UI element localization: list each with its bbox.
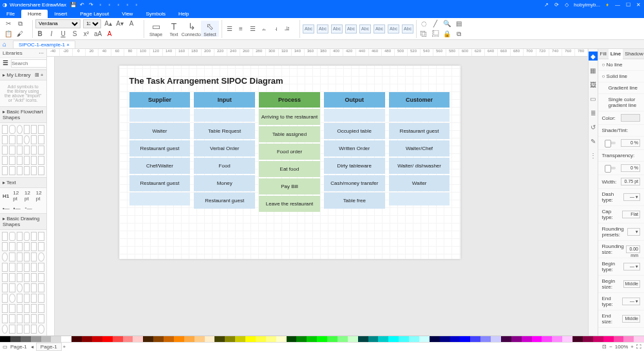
bullet-preset[interactable]: •— [3, 205, 10, 211]
color-swatch[interactable] [245, 336, 256, 342]
color-swatch[interactable] [102, 336, 113, 342]
shape-item[interactable] [31, 283, 37, 292]
color-swatch[interactable] [419, 336, 430, 342]
color-swatch[interactable] [153, 336, 164, 342]
sipoc-cell[interactable]: Restaurant guest [389, 123, 450, 139]
color-swatch[interactable] [113, 336, 123, 342]
color-swatch[interactable] [225, 336, 235, 342]
shape-item[interactable] [9, 263, 15, 272]
highlight-icon[interactable]: A [127, 19, 136, 28]
shape-item[interactable] [38, 294, 44, 303]
align-bottom-icon[interactable]: ⫡ [283, 24, 292, 33]
color-swatch[interactable] [266, 336, 276, 342]
shape-item[interactable] [31, 294, 37, 303]
page-tab[interactable]: Page-1 [36, 343, 62, 351]
bold-icon[interactable]: B [35, 30, 44, 39]
sipoc-cell[interactable]: Restaurant guest [129, 140, 191, 157]
color-swatch[interactable] [480, 336, 491, 342]
prev-page-icon[interactable]: ◂ [31, 344, 33, 350]
shape-item[interactable] [2, 242, 8, 251]
color-swatch[interactable] [409, 336, 419, 342]
sipoc-cell[interactable]: Money [194, 175, 255, 191]
shape-item[interactable] [38, 125, 44, 134]
increase-font-icon[interactable]: A▴ [104, 19, 113, 28]
qat-icon[interactable]: ▫ [97, 1, 104, 8]
color-swatch[interactable] [317, 336, 327, 342]
group-icon[interactable]: ⿻ [419, 30, 428, 39]
round-size-value[interactable]: 0.00 mm [626, 245, 640, 253]
shape-item[interactable] [2, 325, 8, 334]
shape-item[interactable] [38, 242, 44, 251]
find-icon[interactable]: 🔍 [442, 19, 451, 28]
shape-item[interactable] [2, 146, 8, 155]
color-swatch[interactable] [368, 336, 379, 342]
shape-item[interactable] [24, 135, 30, 144]
sipoc-cell[interactable]: Waiter [129, 123, 191, 139]
doc-home-icon[interactable]: ⌂ [0, 41, 9, 48]
tab-insert[interactable]: Insert [48, 10, 73, 18]
shape-item[interactable] [9, 156, 15, 165]
connector-button[interactable]: ↳Connector [183, 21, 201, 37]
color-swatch[interactable] [205, 336, 215, 342]
color-swatch[interactable] [573, 336, 583, 342]
premium-icon[interactable]: ♦ [604, 1, 611, 8]
color-swatch[interactable] [378, 336, 388, 342]
sipoc-cell[interactable]: Arriving to the restaurant [259, 109, 320, 125]
shape-item[interactable] [17, 156, 23, 165]
color-swatch[interactable] [174, 336, 184, 342]
color-swatch[interactable] [621, 114, 640, 122]
zoom-in-icon[interactable]: + [630, 344, 634, 350]
close-icon[interactable]: ✕ [635, 1, 641, 8]
end-size-select[interactable]: Middle [622, 315, 641, 323]
shape-item[interactable] [2, 135, 8, 144]
shape-item[interactable] [38, 166, 44, 175]
align-center-icon[interactable]: ≡ [236, 24, 245, 33]
color-swatch[interactable] [296, 336, 307, 342]
color-swatch[interactable] [603, 336, 614, 342]
color-swatch[interactable] [123, 336, 133, 342]
zoom-out-icon[interactable]: − [609, 344, 612, 350]
shape-item[interactable] [38, 314, 44, 323]
shape-item[interactable] [9, 273, 15, 282]
shape-item[interactable] [2, 125, 8, 134]
shape-item[interactable] [24, 125, 30, 134]
canvas[interactable]: The Task Arrangement SIPOC Diagram Suppl… [55, 57, 588, 336]
shape-item[interactable] [9, 242, 15, 251]
sipoc-header[interactable]: Supplier [129, 92, 191, 108]
add-page-icon[interactable]: + [63, 344, 66, 350]
sipoc-cell[interactable]: Dirty tableware [324, 158, 385, 174]
width-value[interactable]: 0.75 pt [621, 178, 640, 185]
cloud-icon[interactable]: ◇ [564, 1, 570, 8]
color-swatch[interactable] [184, 336, 194, 342]
shape-item[interactable] [38, 283, 44, 292]
sync-icon[interactable]: ⟳ [553, 1, 560, 8]
save-icon[interactable]: 💾 [70, 1, 77, 8]
style-gallery[interactable]: Abc Abc Abc Abc Abc Abc Abc Abc [303, 24, 413, 33]
shape-item[interactable] [31, 252, 37, 261]
color-swatch[interactable] [358, 336, 368, 342]
tab-view[interactable]: View [115, 10, 139, 18]
shape-item[interactable] [2, 166, 8, 175]
underline-icon[interactable]: U [59, 30, 68, 39]
tab-file[interactable]: File [0, 10, 21, 18]
fill-icon[interactable]: ◌ [419, 19, 428, 28]
shape-item[interactable] [31, 314, 37, 323]
font-preset[interactable]: 12 pt [13, 190, 21, 202]
more-icon[interactable]: ⋮ [589, 151, 598, 160]
arrange-icon[interactable]: ⧉ [454, 30, 463, 39]
my-library-section[interactable]: ▸ My Library⊞ + [0, 70, 46, 81]
shade-slider[interactable] [605, 142, 616, 144]
shape-item[interactable] [24, 242, 30, 251]
shape-item[interactable] [17, 242, 23, 251]
panel-menu-icon[interactable]: ⋯ [39, 50, 44, 56]
comment-icon[interactable]: ✎ [589, 137, 598, 146]
shape-item[interactable] [38, 135, 44, 144]
sipoc-cell[interactable]: Leave the restaurant [259, 196, 320, 212]
color-swatch[interactable] [501, 336, 511, 342]
sipoc-cell[interactable]: Restaurant guest [194, 193, 255, 209]
shape-item[interactable] [2, 252, 8, 261]
document-tab[interactable]: SIPOC-1-example-1 × [13, 41, 75, 48]
color-swatch[interactable] [450, 336, 460, 342]
shape-item[interactable] [38, 263, 44, 272]
shape-item[interactable] [31, 273, 37, 282]
